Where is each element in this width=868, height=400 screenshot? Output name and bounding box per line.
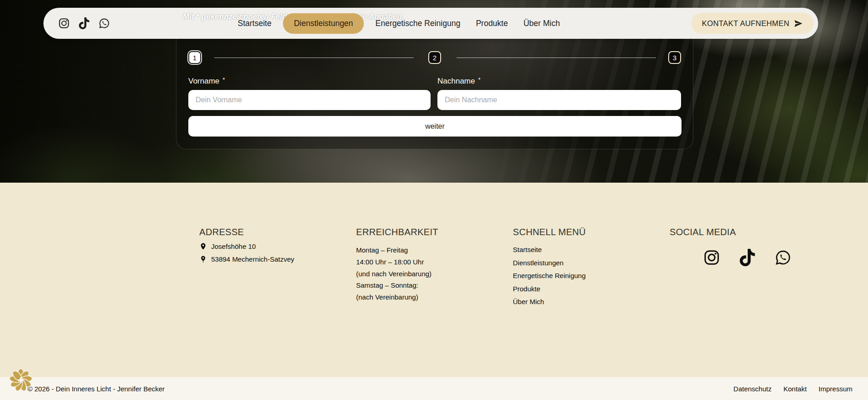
- whatsapp-icon[interactable]: [774, 249, 792, 266]
- hours-lines: Montag – Freitag 14:00 Uhr – 18:00 Uhr (…: [356, 244, 438, 303]
- social-heading: SOCIAL MEDIA: [670, 227, 736, 237]
- vorname-input[interactable]: [188, 90, 431, 110]
- impressum-link[interactable]: Impressum: [819, 385, 852, 393]
- paper-plane-icon: [794, 19, 803, 28]
- page: Mit * gekennzeichneten Feldern sind erfo…: [0, 0, 868, 400]
- quickmenu-heading: SCHNELL MENÜ: [513, 227, 586, 237]
- step-indicator-2: 2: [428, 51, 441, 64]
- footer-hours-column: ERREICHBARKEIT Montag – Freitag 14:00 Uh…: [356, 227, 438, 303]
- hours-line: 14:00 Uhr – 18:00 Uhr: [356, 256, 438, 268]
- footer-social-column: SOCIAL MEDIA: [670, 227, 736, 237]
- quickmenu-link-ueber-mich[interactable]: Über Mich: [513, 295, 586, 309]
- step-indicator-3: 3: [668, 51, 681, 64]
- instagram-icon[interactable]: [58, 17, 70, 29]
- tiktok-icon[interactable]: [78, 17, 90, 29]
- step-indicator-1: 1: [188, 51, 201, 64]
- required-asterisk: *: [223, 76, 225, 83]
- nachname-input[interactable]: [437, 90, 681, 110]
- quickmenu-link-produkte[interactable]: Produkte: [513, 283, 586, 296]
- hours-line: Samstag – Sonntag:: [356, 279, 438, 291]
- street-text: Josefshöhe 10: [211, 242, 256, 250]
- nav-link-dienstleistungen[interactable]: Dienstleistungen: [283, 13, 364, 34]
- required-asterisk: *: [478, 76, 480, 83]
- form-steps: 1 2 3: [176, 51, 693, 64]
- vorname-label: Vorname*: [188, 76, 225, 86]
- navbar-links: Startseite Dienstleistungen Energetische…: [230, 8, 568, 39]
- kontakt-aufnehmen-label: KONTAKT AUFNEHMEN: [702, 19, 789, 28]
- hours-line: (nach Vereinbarung): [356, 291, 438, 303]
- bottom-bar: © 2026 - Dein Inneres Licht - Jennifer B…: [0, 377, 868, 400]
- step-connector: [457, 58, 656, 58]
- footer-social-icons: [703, 249, 792, 266]
- nachname-label-text: Nachname: [437, 77, 475, 85]
- navbar: Startseite Dienstleistungen Energetische…: [43, 8, 818, 39]
- city-text: 53894 Mechernich-Satzvey: [211, 255, 294, 263]
- footer: PRAXIS FÜR DEIN JENNIFER BECKER INNERES …: [0, 183, 868, 377]
- kontakt-aufnehmen-button[interactable]: KONTAKT AUFNEHMEN: [691, 13, 814, 34]
- quickmenu-link-energetische-reinigung[interactable]: Energetische Reinigung: [513, 269, 586, 283]
- legal-links: Datenschutz Kontakt Impressum: [734, 385, 852, 393]
- datenschutz-link[interactable]: Datenschutz: [734, 385, 772, 393]
- quickmenu-links: Startseite Dienstleistungen Energetische…: [513, 243, 586, 309]
- kontakt-link[interactable]: Kontakt: [783, 385, 807, 393]
- step-connector: [214, 58, 414, 58]
- footer-quickmenu-column: SCHNELL MENÜ Startseite Dienstleistungen…: [513, 227, 586, 309]
- vorname-label-text: Vorname: [188, 77, 219, 85]
- hours-line: (und nach Vereinbarung): [356, 268, 438, 280]
- address-line-city: 53894 Mechernich-Satzvey: [199, 255, 294, 263]
- pin-drop-icon: [199, 255, 207, 263]
- weiter-button[interactable]: weiter: [188, 116, 682, 137]
- instagram-icon[interactable]: [703, 249, 720, 266]
- copyright-text: © 2026 - Dein Inneres Licht - Jennifer B…: [27, 385, 165, 393]
- navbar-social-icons: [58, 8, 110, 39]
- quickmenu-link-dienstleistungen[interactable]: Dienstleistungen: [513, 257, 586, 270]
- nav-link-energetische-reinigung[interactable]: Energetische Reinigung: [367, 19, 468, 28]
- address-line-street: Josefshöhe 10: [199, 242, 294, 250]
- nav-link-startseite[interactable]: Startseite: [230, 19, 279, 28]
- nav-link-ueber-mich[interactable]: Über Mich: [516, 19, 568, 28]
- address-heading: ADRESSE: [199, 227, 294, 237]
- tiktok-icon[interactable]: [739, 249, 756, 266]
- quickmenu-link-startseite[interactable]: Startseite: [513, 243, 586, 257]
- footer-address-column: ADRESSE Josefshöhe 10 53894 Mechernich-S…: [199, 227, 294, 263]
- nav-link-produkte[interactable]: Produkte: [468, 19, 516, 28]
- map-pin-icon: [199, 242, 207, 250]
- gold-flower-icon: [9, 368, 33, 392]
- nachname-label: Nachname*: [437, 76, 480, 86]
- hours-line: Montag – Freitag: [356, 244, 438, 256]
- whatsapp-icon[interactable]: [98, 17, 110, 29]
- hours-heading: ERREICHBARKEIT: [356, 227, 438, 237]
- cookie-settings-button[interactable]: [9, 368, 33, 392]
